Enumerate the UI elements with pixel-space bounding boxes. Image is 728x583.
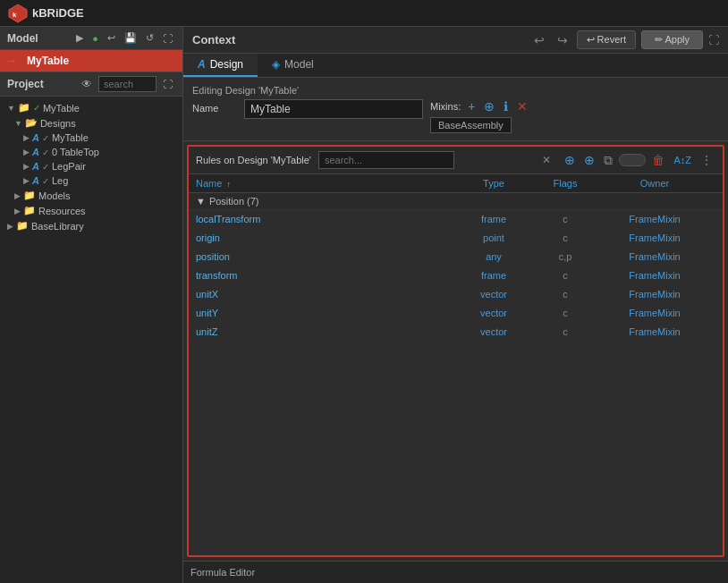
name-input[interactable]	[244, 99, 423, 119]
mixin-add-btn[interactable]: +	[466, 99, 477, 114]
design-tab-icon: A	[198, 58, 206, 71]
table-row[interactable]: transform frame c FrameMixin	[189, 266, 723, 285]
editing-label: Editing Design 'MyTable'	[192, 85, 719, 96]
tab-model[interactable]: ◈ Model	[258, 54, 328, 77]
maximize-context-btn[interactable]: ⛶	[708, 34, 719, 46]
table-row[interactable]: position any c,p FrameMixin	[189, 248, 723, 266]
selected-item[interactable]: → MyTable	[0, 50, 182, 72]
formula-title: Formula Editor	[190, 567, 255, 578]
cell-name: unitZ	[189, 323, 458, 341]
cell-flags: c	[529, 323, 601, 341]
chevron-icon: ▼	[7, 104, 15, 113]
check-icon: ✓	[42, 148, 49, 157]
design-icon: A	[32, 161, 39, 172]
tree-item-legpair[interactable]: ▶ A ✓ LegPair	[0, 159, 182, 173]
model-tab-icon: ◈	[272, 58, 280, 71]
rules-search-input[interactable]	[318, 151, 454, 169]
cell-name: position	[189, 248, 458, 266]
sort-az-btn[interactable]: A↕Z	[671, 154, 694, 166]
refresh-btn[interactable]: ↺	[143, 30, 157, 46]
tree-label: Models	[38, 190, 70, 201]
table-row[interactable]: localTransform frame c FrameMixin	[189, 210, 723, 229]
circle-btn[interactable]: ●	[89, 30, 101, 46]
col-name: Name ↑	[189, 174, 458, 192]
model-toolbar: ▶ ● ↩ 💾 ↺ ⛶	[73, 30, 175, 46]
table-row[interactable]: origin point c FrameMixin	[189, 229, 723, 248]
rules-toolbar: ⊕ ⊕ ⧉ 🗑 A↕Z ⋮	[562, 152, 715, 169]
redo-btn[interactable]: ↪	[554, 31, 571, 49]
design-icon: A	[32, 175, 39, 186]
project-tree: ▼ 📁 ✓ MyTable ▼ 📂 Designs ▶ A ✓ MyTable	[0, 97, 182, 237]
design-icon: A	[32, 132, 39, 143]
maximize-project-btn[interactable]: ⛶	[160, 77, 175, 91]
maximize-model-btn[interactable]: ⛶	[160, 30, 175, 46]
cell-type: any	[458, 248, 529, 266]
cell-type: vector	[458, 323, 529, 341]
tree-item-designs[interactable]: ▼ 📂 Designs	[0, 115, 182, 131]
chevron-icon: ▶	[23, 162, 30, 171]
check-icon: ✓	[33, 103, 40, 113]
search-clear-btn[interactable]: ✕	[542, 154, 551, 166]
chevron-icon: ▶	[14, 207, 21, 215]
formula-section: Formula Editor	[183, 561, 728, 583]
chevron-icon: ▶	[7, 222, 13, 231]
play-btn[interactable]: ▶	[73, 30, 86, 46]
cell-extra	[708, 266, 723, 284]
eye-btn[interactable]: 👁	[79, 76, 95, 92]
cell-type: frame	[458, 210, 529, 228]
mixin-plus-circle-btn[interactable]: ⊕	[482, 99, 496, 114]
cell-owner: FrameMixin	[601, 266, 708, 284]
model-title: Model	[7, 32, 38, 45]
tree-item-mytable-root[interactable]: ▼ 📁 ✓ MyTable	[0, 100, 182, 115]
chevron-icon: ▶	[23, 176, 30, 185]
add-rule2-btn[interactable]: ⊕	[581, 152, 597, 168]
cell-flags: c	[529, 266, 601, 284]
folder-icon: 📁	[16, 220, 29, 232]
cell-extra	[708, 229, 723, 247]
check-icon: ✓	[42, 133, 49, 143]
tree-label: LegPair	[52, 161, 86, 172]
save-btn[interactable]: 💾	[122, 30, 140, 46]
undo-btn[interactable]: ↩	[530, 31, 548, 49]
chevron-icon: ▶	[14, 191, 21, 200]
name-label: Name	[192, 99, 237, 114]
undo-model-btn[interactable]: ↩	[105, 30, 118, 46]
table-header: Name ↑ Type Flags Owner	[189, 174, 723, 193]
project-title: Project	[7, 78, 44, 90]
cell-type: point	[458, 229, 529, 247]
table-row[interactable]: unitY vector c FrameMixin	[189, 304, 723, 323]
rules-search-wrap: ✕	[318, 151, 555, 169]
table-row[interactable]: unitX vector c FrameMixin	[189, 285, 723, 304]
project-search[interactable]	[98, 76, 157, 92]
revert-icon: ↩	[587, 34, 595, 45]
tree-item-leg[interactable]: ▶ A ✓ Leg	[0, 173, 182, 188]
delete-rule-btn[interactable]: 🗑	[649, 152, 667, 168]
cell-type: vector	[458, 285, 529, 303]
tree-item-mytable-design[interactable]: ▶ A ✓ MyTable	[0, 131, 182, 145]
group-position[interactable]: ▼ Position (7)	[189, 193, 723, 210]
apply-btn[interactable]: ✏ Apply	[641, 30, 703, 49]
edit-section: Editing Design 'MyTable' Name Mixins: + …	[183, 78, 728, 141]
mixins-section: Mixins: + ⊕ ℹ ✕ BaseAssembly	[430, 99, 719, 133]
tree-item-tabletop[interactable]: ▶ A ✓ 0 TableTop	[0, 145, 182, 159]
cell-type: frame	[458, 266, 529, 284]
col-owner: Owner	[601, 174, 708, 192]
copy-rule-btn[interactable]: ⧉	[601, 152, 615, 169]
tree-item-resources[interactable]: ▶ 📁 Resources	[0, 203, 182, 218]
mixin-info-btn[interactable]: ℹ	[502, 99, 510, 114]
add-rule-btn[interactable]: ⊕	[562, 152, 578, 168]
mixin-remove-btn[interactable]: ✕	[515, 99, 529, 114]
apply-label: Apply	[665, 34, 690, 45]
revert-btn[interactable]: ↩ Revert	[577, 30, 636, 49]
table-row[interactable]: unitZ vector c FrameMixin	[189, 323, 723, 342]
more-btn[interactable]: ⋮	[698, 152, 715, 168]
tab-design[interactable]: A Design	[183, 54, 258, 77]
logo-icon: k	[7, 3, 29, 24]
tree-item-models[interactable]: ▶ 📁 Models	[0, 188, 182, 203]
tree-item-baselibrary[interactable]: ▶ 📁 BaseLibrary	[0, 218, 182, 233]
context-title: Context	[192, 33, 235, 46]
toggle-btn[interactable]	[619, 154, 646, 166]
tree-label: MyTable	[52, 132, 89, 143]
cell-flags: c	[529, 304, 601, 322]
tree-label: BaseLibrary	[31, 221, 84, 232]
